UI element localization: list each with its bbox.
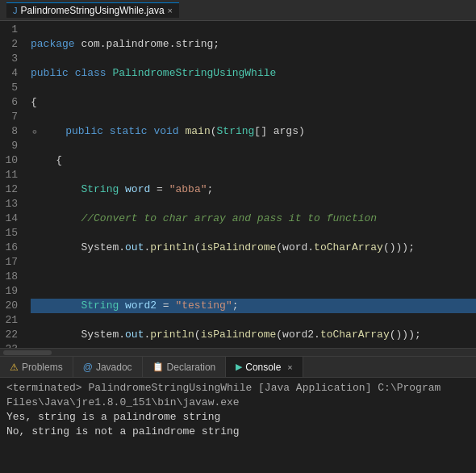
tab-declaration[interactable]: 📋 Declaration [143, 357, 227, 377]
problems-icon: ⚠ [10, 362, 19, 373]
editor-tab[interactable]: J PalindromeStringUsingWhile.java × [6, 2, 179, 18]
console-output: <terminated> PalindromeStringUsingWhile … [0, 378, 476, 473]
horizontal-scrollbar[interactable] [0, 348, 476, 356]
java-file-icon: J [13, 6, 18, 15]
javadoc-icon: @ [83, 362, 93, 373]
title-bar: J PalindromeStringUsingWhile.java × [0, 0, 476, 21]
panel-tabs: ⚠ Problems @ Javadoc 📋 Declaration ▶ Con… [0, 357, 476, 378]
line-numbers: 12345 678910 1112131415 1617181920 21222… [0, 21, 24, 348]
tab-problems[interactable]: ⚠ Problems [0, 357, 73, 377]
code-area: 12345 678910 1112131415 1617181920 21222… [0, 21, 476, 348]
tab-console[interactable]: ▶ Console × [226, 357, 303, 377]
fold-marker-4[interactable]: ⊖ [29, 127, 40, 138]
declaration-label: Declaration [167, 362, 216, 373]
tab-javadoc[interactable]: @ Javadoc [73, 357, 143, 377]
console-icon: ▶ [236, 362, 242, 372]
problems-label: Problems [22, 362, 63, 373]
bottom-panel: ⚠ Problems @ Javadoc 📋 Declaration ▶ Con… [0, 356, 476, 473]
javadoc-label: Javadoc [96, 362, 132, 373]
console-line-2: No, string is not a palindrome string [6, 425, 470, 439]
declaration-icon: 📋 [152, 362, 164, 372]
console-label: Console [245, 362, 281, 373]
h-scrollbar-thumb[interactable] [3, 350, 52, 355]
console-close-icon[interactable]: × [287, 362, 292, 372]
code-content: package com.palindrome.string; public cl… [24, 21, 476, 348]
code-editor: 12345 678910 1112131415 1617181920 21222… [0, 21, 476, 348]
tab-label: PalindromeStringUsingWhile.java [21, 5, 165, 16]
close-icon[interactable]: × [168, 6, 173, 15]
console-line-1: Yes, string is a palindrome string [6, 410, 470, 425]
console-terminated-line: <terminated> PalindromeStringUsingWhile … [6, 381, 470, 410]
